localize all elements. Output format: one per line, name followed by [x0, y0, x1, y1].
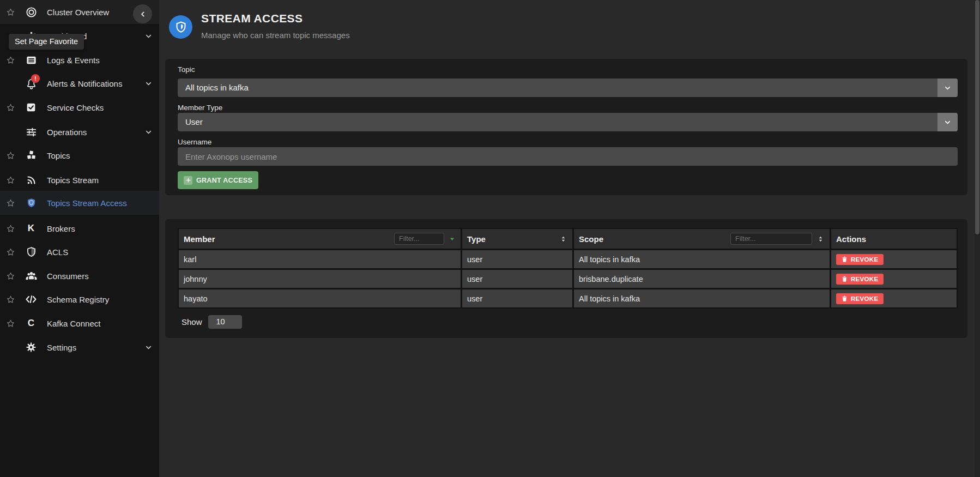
- access-table-card: Member Type Scope Actions karl user: [165, 219, 967, 338]
- sidebar-item-acls[interactable]: ACLS: [0, 240, 159, 264]
- favorite-star-icon[interactable]: [5, 102, 15, 112]
- revoke-label: REVOKE: [851, 295, 878, 302]
- list-icon: [24, 53, 38, 67]
- sidebar-item-label: Schema Registry: [47, 295, 109, 304]
- member-type-label: Member Type: [178, 104, 222, 112]
- table-row-cell-scope: All topics in kafka: [574, 250, 830, 268]
- sidebar-item-label: Logs & Events: [47, 56, 100, 65]
- member-filter-input[interactable]: [394, 233, 444, 245]
- revoke-label: REVOKE: [851, 256, 878, 263]
- sidebar-item-label: Kafka Connect: [47, 319, 100, 328]
- sidebar-item-alerts-notifications[interactable]: ! Alerts & Notifications: [0, 71, 159, 95]
- gear-icon: [24, 340, 38, 354]
- scope-header-label: Scope: [579, 234, 603, 244]
- favorite-star-icon[interactable]: [5, 247, 15, 257]
- trash-icon: [842, 276, 848, 282]
- favorite-star-icon[interactable]: [5, 318, 15, 328]
- alert-badge: !: [31, 74, 40, 83]
- grant-access-label: GRANT ACCESS: [196, 177, 252, 184]
- page-title: STREAM ACCESS: [201, 12, 303, 25]
- sidebar-item-label: Topics Stream Access: [47, 198, 127, 208]
- grant-access-button[interactable]: GRANT ACCESS: [178, 171, 258, 189]
- check-square-icon: [24, 100, 38, 114]
- shield-outline-icon: [24, 245, 38, 259]
- revoke-button[interactable]: REVOKE: [836, 274, 884, 285]
- scope-filter-input[interactable]: [730, 233, 812, 245]
- favorite-star-icon[interactable]: [5, 224, 15, 233]
- page-size-select[interactable]: 10: [208, 315, 242, 329]
- chevron-down-icon[interactable]: [144, 79, 153, 88]
- column-header-actions: Actions: [831, 229, 957, 249]
- table-row-cell-member: johnny: [179, 270, 461, 288]
- sidebar-item-label: Service Checks: [47, 103, 104, 112]
- trash-icon: [842, 295, 848, 302]
- topic-select[interactable]: All topics in kafka: [178, 79, 958, 97]
- revoke-label: REVOKE: [851, 276, 878, 282]
- chevron-down-icon[interactable]: [144, 32, 153, 40]
- member-type-select[interactable]: User: [178, 113, 958, 131]
- scrollbar-thumb[interactable]: [975, 0, 979, 234]
- sliders-icon: [24, 125, 38, 139]
- code-icon: [24, 292, 38, 306]
- sidebar-item-topics-stream[interactable]: Topics Stream: [0, 168, 159, 192]
- sidebar-item-kafka-connect[interactable]: C Kafka Connect: [0, 311, 159, 335]
- favorite-star-icon[interactable]: [5, 198, 15, 208]
- chevron-left-icon: [138, 10, 147, 19]
- set-page-favorite-tooltip: Set Page Favorite: [9, 34, 84, 50]
- table-row-cell-member: hayato: [179, 289, 461, 307]
- rss-icon: [24, 173, 38, 187]
- favorite-star-icon[interactable]: [5, 175, 15, 185]
- letter-c-icon: C: [24, 316, 38, 330]
- sidebar-item-logs-events[interactable]: Logs & Events: [0, 48, 159, 72]
- stream-access-shield-icon: [169, 15, 192, 39]
- sidebar-item-label: Settings: [47, 343, 76, 352]
- column-header-scope: Scope: [574, 229, 830, 249]
- sidebar-item-label: Operations: [47, 128, 87, 137]
- table-row-cell-type: user: [462, 250, 572, 268]
- sidebar-item-service-checks[interactable]: Service Checks: [0, 95, 159, 119]
- filter-caret-icon[interactable]: [449, 236, 456, 243]
- sidebar-item-schema-registry[interactable]: Schema Registry: [0, 287, 159, 311]
- sidebar-item-label: Brokers: [47, 224, 75, 233]
- sidebar-item-consumers[interactable]: Consumers: [0, 264, 159, 288]
- username-label: Username: [178, 138, 211, 146]
- table-row-cell-actions: REVOKE: [831, 289, 957, 307]
- favorite-star-icon[interactable]: [5, 7, 15, 17]
- chevron-down-icon[interactable]: [937, 79, 958, 97]
- page-subtitle: Manage who can stream topic messages: [201, 31, 350, 40]
- sidebar-item-topics[interactable]: Topics: [0, 143, 159, 167]
- sidebar-item-operations[interactable]: Operations: [0, 120, 159, 144]
- username-input[interactable]: [178, 147, 958, 166]
- column-header-member: Member: [179, 229, 461, 249]
- sidebar-item-brokers[interactable]: K Brokers: [0, 216, 159, 240]
- sort-icon[interactable]: [559, 235, 567, 243]
- revoke-button[interactable]: REVOKE: [836, 293, 884, 304]
- member-type-select-value: User: [185, 113, 203, 131]
- revoke-button[interactable]: REVOKE: [836, 254, 884, 265]
- type-header-label: Type: [467, 234, 486, 244]
- chevron-down-icon[interactable]: [144, 343, 153, 352]
- sidebar-item-label: ACLS: [47, 247, 68, 257]
- sidebar-item-label: Alerts & Notifications: [47, 79, 122, 88]
- sidebar-item-label: Topics: [47, 151, 70, 160]
- plus-icon: [184, 176, 192, 185]
- table-row-cell-type: user: [462, 289, 572, 307]
- shield-icon: [24, 196, 38, 210]
- favorite-star-icon[interactable]: [5, 150, 15, 160]
- sidebar-item-topics-stream-access[interactable]: Topics Stream Access: [0, 191, 159, 215]
- favorite-star-icon[interactable]: [5, 294, 15, 304]
- letter-k-icon: K: [24, 221, 38, 236]
- favorite-star-icon[interactable]: [5, 271, 15, 281]
- chevron-down-icon[interactable]: [144, 128, 153, 136]
- chevron-down-icon[interactable]: [937, 113, 958, 131]
- sidebar-item-settings[interactable]: Settings: [0, 335, 159, 359]
- sidebar-collapse-button[interactable]: [133, 4, 152, 23]
- favorite-star-icon[interactable]: [5, 55, 15, 65]
- sidebar-item-label: Topics Stream: [47, 176, 99, 185]
- table-row-cell-actions: REVOKE: [831, 250, 957, 268]
- member-header-label: Member: [184, 234, 215, 244]
- actions-header-label: Actions: [836, 234, 866, 244]
- trash-icon: [842, 256, 848, 263]
- sort-icon[interactable]: [816, 235, 825, 243]
- page-size-value: 10: [216, 315, 225, 329]
